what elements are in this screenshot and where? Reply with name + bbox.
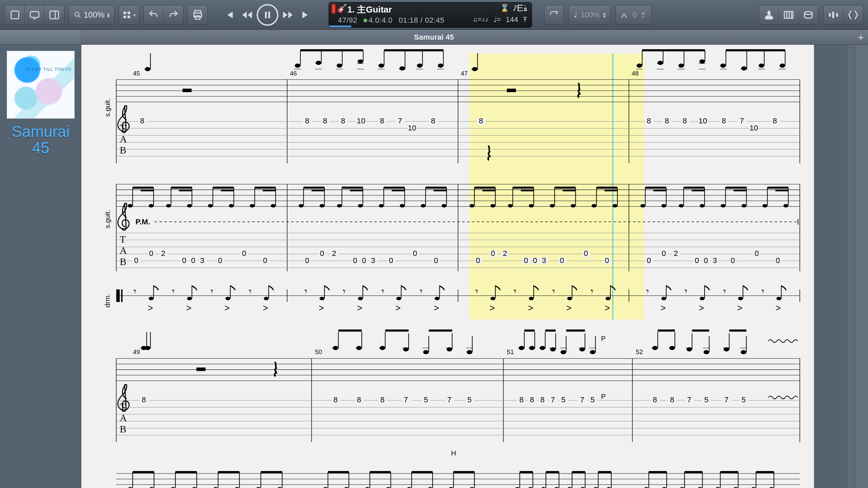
svg-point-450 bbox=[519, 346, 524, 350]
go-end-button[interactable] bbox=[297, 6, 315, 24]
svg-text:0: 0 bbox=[776, 256, 780, 265]
hourglass-icon[interactable]: ⌛ bbox=[500, 4, 509, 13]
playback-meter[interactable]: 🎸 1. 主Guitar 47/92 4.0:4.0 01:18 / 02:45… bbox=[329, 2, 532, 28]
svg-text:B: B bbox=[120, 424, 126, 434]
svg-point-171 bbox=[250, 204, 255, 207]
rewind-button[interactable] bbox=[238, 6, 256, 24]
svg-point-203 bbox=[491, 204, 495, 207]
svg-text:P: P bbox=[601, 334, 606, 342]
svg-point-207 bbox=[508, 204, 513, 207]
svg-text:0: 0 bbox=[662, 249, 666, 258]
svg-text:0: 0 bbox=[305, 256, 309, 265]
swing-icon[interactable]: ♫=♪♪ bbox=[473, 16, 489, 23]
svg-text:B: B bbox=[120, 256, 126, 267]
play-pause-button[interactable] bbox=[257, 4, 278, 26]
svg-point-215 bbox=[571, 204, 575, 207]
svg-text:0: 0 bbox=[320, 249, 324, 258]
svg-point-399 bbox=[776, 297, 781, 300]
transpose-stepper[interactable]: ＋－ bbox=[640, 12, 646, 18]
svg-text:A: A bbox=[120, 245, 127, 256]
new-tab-button[interactable]: ＋ bbox=[856, 30, 866, 44]
svg-point-83 bbox=[758, 64, 764, 68]
svg-text:7: 7 bbox=[404, 395, 408, 404]
right-mini-panel[interactable] bbox=[855, 45, 868, 488]
svg-text:0: 0 bbox=[134, 256, 138, 265]
svg-text:7: 7 bbox=[740, 117, 744, 125]
keyboard-panel-button[interactable] bbox=[779, 5, 798, 24]
svg-text:>: > bbox=[775, 303, 781, 313]
svg-text:>: > bbox=[737, 303, 743, 313]
svg-text:𝄾: 𝄾 bbox=[211, 289, 213, 293]
svg-text:8: 8 bbox=[665, 117, 669, 125]
svg-text:8: 8 bbox=[431, 117, 435, 125]
svg-rect-4 bbox=[124, 12, 126, 14]
go-start-button[interactable] bbox=[220, 6, 238, 24]
svg-text:𝄾: 𝄾 bbox=[514, 289, 516, 293]
svg-text:7: 7 bbox=[447, 395, 452, 404]
notation-svg: s.guit. 45464748 bbox=[81, 45, 814, 488]
fast-forward-button[interactable] bbox=[279, 6, 297, 24]
svg-point-213 bbox=[550, 204, 554, 207]
drum-panel-button[interactable] bbox=[798, 5, 818, 24]
loop-button[interactable] bbox=[544, 5, 564, 25]
tab-title[interactable]: Samurai 45 bbox=[414, 33, 454, 42]
svg-text:10: 10 bbox=[750, 124, 758, 132]
svg-text:5: 5 bbox=[591, 395, 595, 404]
svg-text:8: 8 bbox=[305, 117, 309, 125]
svg-text:0: 0 bbox=[434, 256, 438, 265]
svg-text:8: 8 bbox=[341, 117, 346, 125]
svg-point-467 bbox=[579, 347, 585, 351]
svg-text:0: 0 bbox=[695, 256, 699, 265]
svg-text:5: 5 bbox=[424, 395, 428, 404]
svg-point-460 bbox=[550, 347, 555, 351]
svg-text:B: B bbox=[120, 145, 126, 156]
svg-text:47: 47 bbox=[461, 70, 468, 77]
zoom-control[interactable]: 100% ▴▾ bbox=[68, 5, 115, 25]
svg-point-189 bbox=[379, 204, 383, 207]
undo-button[interactable] bbox=[144, 5, 163, 24]
view-page-button[interactable] bbox=[5, 5, 25, 24]
progress-bar[interactable] bbox=[329, 25, 351, 27]
svg-point-173 bbox=[271, 204, 276, 207]
fx-panel-button[interactable] bbox=[843, 5, 863, 24]
mixer-panel-button[interactable] bbox=[824, 5, 843, 24]
svg-text:P.M.: P.M. bbox=[135, 218, 150, 226]
sheet-area[interactable]: s.guit. 45464748 bbox=[81, 45, 868, 488]
svg-point-367 bbox=[435, 297, 439, 300]
svg-point-49 bbox=[378, 64, 384, 68]
svg-point-436 bbox=[403, 347, 409, 351]
svg-text:0: 0 bbox=[491, 249, 495, 258]
transpose-control[interactable]: 0 ＋－ bbox=[615, 5, 651, 25]
svg-text:8: 8 bbox=[380, 395, 385, 404]
svg-text:8: 8 bbox=[653, 395, 657, 404]
svg-text:51: 51 bbox=[507, 348, 514, 355]
svg-text:0: 0 bbox=[413, 249, 417, 258]
note-icon: ♩ bbox=[574, 11, 577, 19]
svg-text:H: H bbox=[451, 449, 456, 457]
album-art[interactable]: SLEEP TILL TOKYO bbox=[7, 51, 75, 119]
instrument-panel-button[interactable] bbox=[759, 5, 779, 24]
redo-button[interactable] bbox=[163, 5, 183, 24]
svg-text:5: 5 bbox=[742, 395, 746, 404]
zoom-stepper-icon: ▴▾ bbox=[107, 12, 110, 18]
svg-text:0: 0 bbox=[389, 256, 393, 265]
svg-point-31 bbox=[145, 67, 150, 71]
svg-text:𝄾: 𝄾 bbox=[304, 289, 307, 293]
speed-trainer[interactable]: ♩ 100% ▴▾ bbox=[569, 5, 610, 25]
svg-text:7: 7 bbox=[580, 395, 585, 404]
track-name: 1. 主Guitar bbox=[347, 4, 392, 16]
svg-point-35 bbox=[295, 64, 300, 68]
score-page[interactable]: s.guit. 45464748 bbox=[81, 45, 814, 488]
print-button[interactable] bbox=[188, 5, 208, 24]
tuning-fork-icon[interactable]: Ŧ bbox=[523, 16, 527, 23]
svg-text:𝄾: 𝄾 bbox=[381, 289, 384, 293]
svg-text:>: > bbox=[263, 303, 268, 313]
svg-text:>: > bbox=[186, 303, 192, 313]
view-split-button[interactable] bbox=[44, 5, 64, 24]
layout-menu[interactable]: ▾ bbox=[119, 5, 139, 25]
speed-value: 100% bbox=[580, 11, 599, 19]
svg-text:10: 10 bbox=[408, 124, 416, 132]
view-screen-button[interactable] bbox=[25, 5, 44, 24]
vertical-scrollbar[interactable] bbox=[848, 45, 855, 488]
svg-text:>: > bbox=[566, 303, 572, 313]
